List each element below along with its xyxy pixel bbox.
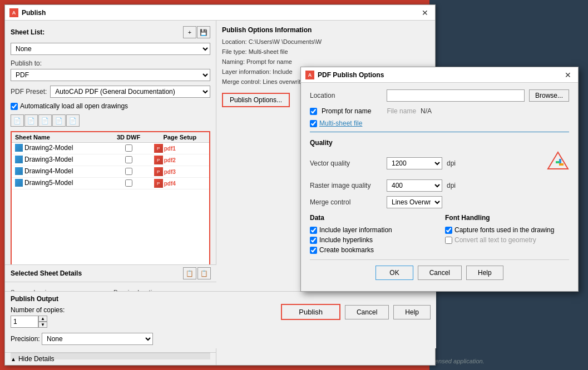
filename-label: File name <box>387 107 416 115</box>
pdf-label: pdf3 <box>164 169 176 175</box>
vector-select[interactable]: 1200 <box>387 157 442 169</box>
location-input[interactable] <box>387 89 525 102</box>
pdf-preset-select[interactable]: AutoCAD PDF (General Documentation) <box>50 86 210 98</box>
sheet-name-cell: Drawing4-Model <box>12 166 106 178</box>
svg-marker-0 <box>548 152 568 169</box>
btn-up[interactable]: 📄 <box>38 114 52 127</box>
capture-fonts-row: Capture fonts used in the drawing <box>445 226 569 234</box>
sheet-list-select[interactable]: None <box>11 43 210 55</box>
copies-field: ▲ ▼ <box>11 316 215 328</box>
page-setup-cell: P pdf4 <box>151 178 209 189</box>
merge-select[interactable]: Lines Overwrite <box>387 196 442 208</box>
filename-value: N/A <box>421 107 432 115</box>
table-row: Drawing4-Model P pdf3 <box>12 166 209 178</box>
convert-all-checkbox[interactable] <box>445 237 452 244</box>
details-icons: 📋 📋 <box>183 267 211 279</box>
create-bookmarks-checkbox[interactable] <box>310 247 317 254</box>
create-bookmarks-row: Create bookmarks <box>310 246 434 254</box>
help-button[interactable]: Help <box>393 305 431 319</box>
page-setup-group: P pdf2 <box>154 156 206 164</box>
browse-button[interactable]: Browse... <box>529 89 569 102</box>
save-sheet-btn[interactable]: 💾 <box>197 26 210 38</box>
sheet-name-cell: Drawing3-Model <box>12 154 106 166</box>
dwf-checkbox[interactable] <box>125 168 132 175</box>
copies-up[interactable]: ▲ <box>38 316 47 322</box>
multi-sheet-checkbox[interactable] <box>310 120 317 127</box>
sheet-name: Drawing2-Model <box>24 144 73 152</box>
auto-load-row: Automatically load all open drawings <box>11 102 210 110</box>
sheet-name: Drawing4-Model <box>24 167 73 175</box>
auto-load-checkbox[interactable] <box>11 103 18 110</box>
pdf-cancel-button[interactable]: Cancel <box>418 266 462 280</box>
dwf-checkbox[interactable] <box>125 179 132 187</box>
cancel-button[interactable]: Cancel <box>345 305 389 319</box>
btn-add[interactable]: 📄 <box>11 114 24 127</box>
hide-details-bar[interactable]: ▲ Hide Details <box>5 352 216 365</box>
dwf-cell <box>106 143 150 154</box>
dwf-checkbox[interactable] <box>125 144 132 152</box>
publish-options-button[interactable]: Publish Options... <box>222 93 290 107</box>
file-icon-img <box>15 144 23 152</box>
pdf-icon-small: P <box>154 179 163 188</box>
include-layer-label: Include layer information <box>319 226 392 234</box>
pdf-close-button[interactable]: ✕ <box>562 69 574 81</box>
precision-section: Precision: None <box>11 331 215 345</box>
details-icon1[interactable]: 📋 <box>183 267 196 279</box>
precision-select[interactable]: None <box>42 333 153 345</box>
svg-rect-2 <box>559 159 561 163</box>
info-naming: Naming: Prompt for name <box>222 58 429 65</box>
include-hyperlinks-checkbox[interactable] <box>310 237 317 244</box>
pdf-preset-section: PDF Preset: AutoCAD PDF (General Documen… <box>11 86 210 98</box>
data-font-section: Data Include layer information Include h… <box>310 214 569 254</box>
quality-section: Quality Vector quality 1200 dpi <box>310 139 569 208</box>
sheet-name: Drawing5-Model <box>24 179 73 187</box>
vector-unit: dpi <box>447 159 456 167</box>
pdf-help-button[interactable]: Help <box>466 266 503 280</box>
copies-down[interactable]: ▼ <box>38 322 47 328</box>
close-button[interactable]: ✕ <box>419 7 431 18</box>
merge-row: Merge control Lines Overwrite <box>310 196 569 208</box>
publish-button[interactable]: Publish <box>281 304 340 320</box>
pdf-titlebar: A PDF Publish Options ✕ <box>301 67 578 83</box>
font-section: Font Handling Capture fonts used in the … <box>445 214 569 254</box>
ok-button[interactable]: OK <box>375 266 413 280</box>
dwf-checkbox[interactable] <box>125 156 132 163</box>
hide-details-label: Hide Details <box>18 355 55 363</box>
prompt-label: Prompt for name <box>322 107 371 115</box>
pdf-label: pdf1 <box>164 146 176 152</box>
include-hyperlinks-label: Include hyperlinks <box>319 236 373 244</box>
autocad-logo-container <box>547 151 569 175</box>
page-setup-cell: P pdf3 <box>151 166 209 178</box>
file-icon-group: Drawing3-Model <box>15 156 73 163</box>
data-title: Data <box>310 214 434 222</box>
include-layer-checkbox[interactable] <box>310 227 317 234</box>
add-sheet-btn[interactable]: + <box>183 26 196 38</box>
table-row: Drawing3-Model P pdf2 <box>12 154 209 166</box>
col-sheet-name: Sheet Name <box>12 132 106 143</box>
location-label: Location <box>310 92 382 99</box>
hide-arrow: ▲ <box>11 356 16 362</box>
details-icon2[interactable]: 📋 <box>197 267 211 279</box>
page-setup-cell: P pdf2 <box>151 154 209 166</box>
pdf-label: pdf4 <box>164 181 176 187</box>
prompt-checkbox[interactable] <box>310 108 317 115</box>
vector-row: Vector quality 1200 dpi <box>310 151 569 175</box>
dwf-cell <box>106 178 150 189</box>
location-row: Location Browse... <box>310 89 569 102</box>
sheet-name-cell: Drawing5-Model <box>12 178 106 189</box>
capture-fonts-checkbox[interactable] <box>445 227 452 234</box>
file-icon-img <box>15 167 23 175</box>
capture-fonts-label: Capture fonts used in the drawing <box>454 226 554 234</box>
btn-preview[interactable]: 📄 <box>66 114 80 127</box>
raster-select[interactable]: 400 <box>387 179 442 192</box>
btn-down[interactable]: 📄 <box>52 114 66 127</box>
publish-to-select[interactable]: PDF <box>11 69 210 81</box>
vector-label: Vector quality <box>310 159 382 167</box>
raster-label: Raster image quality <box>310 182 382 189</box>
publish-title: A Publish <box>9 8 46 17</box>
multi-sheet-label: Multi-sheet file <box>319 119 362 127</box>
merge-label: Merge control <box>310 198 382 206</box>
btn-remove[interactable]: 📄 <box>24 114 38 127</box>
copies-input[interactable] <box>11 316 38 328</box>
pdf-icon-small: P <box>154 156 163 164</box>
